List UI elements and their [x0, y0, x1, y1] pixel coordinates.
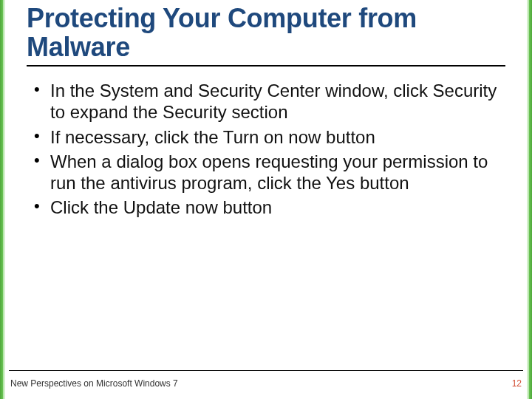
footer-rule [9, 370, 523, 371]
slide: Protecting Your Computer from Malware In… [0, 0, 532, 399]
slide-title: Protecting Your Computer from Malware [27, 4, 505, 62]
bullet-item: In the System and Security Center window… [30, 80, 505, 123]
body-block: In the System and Security Center window… [30, 80, 505, 222]
title-block: Protecting Your Computer from Malware [27, 4, 505, 66]
bullet-item: If necessary, click the Turn on now butt… [30, 126, 505, 148]
footer-text: New Perspectives on Microsoft Windows 7 [10, 378, 178, 389]
bullet-item: When a dialog box opens requesting your … [30, 151, 505, 194]
slide-border-right [527, 0, 532, 399]
page-number: 12 [512, 378, 522, 389]
bullet-item: Click the Update now button [30, 197, 505, 218]
footer: New Perspectives on Microsoft Windows 7 … [10, 378, 522, 389]
bullet-list: In the System and Security Center window… [30, 80, 505, 219]
slide-border-left [0, 0, 5, 399]
